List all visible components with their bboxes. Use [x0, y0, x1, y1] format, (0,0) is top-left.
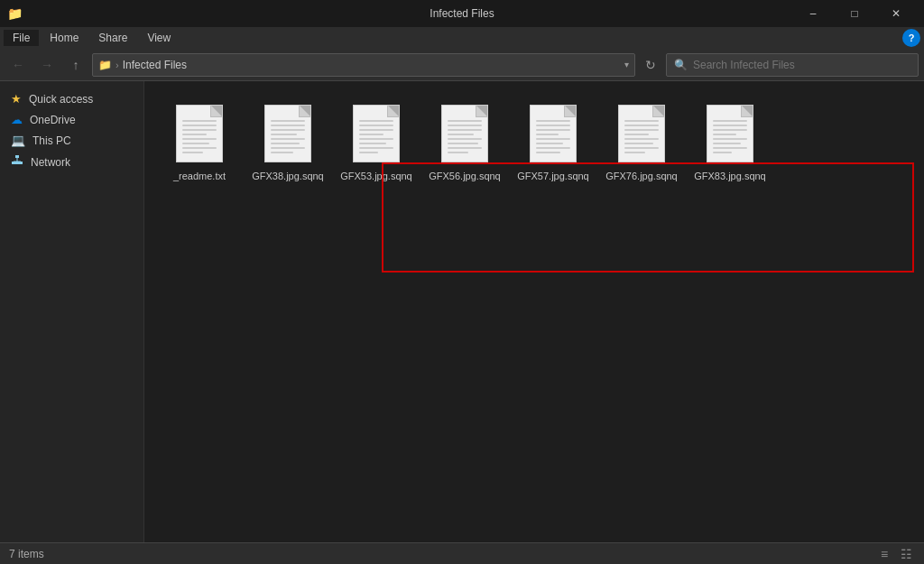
- sidebar-label-quick-access: Quick access: [29, 93, 93, 106]
- file-name-gfx38: GFX38.jpg.sqnq: [252, 170, 324, 182]
- status-bar: 7 items ≡ ☷: [0, 542, 924, 564]
- file-item-gfx57[interactable]: GFX57.jpg.sqnq: [513, 96, 594, 188]
- file-name-gfx83: GFX83.jpg.sqnq: [694, 170, 766, 182]
- sidebar-label-network: Network: [31, 156, 70, 169]
- file-page: [707, 105, 753, 162]
- file-item-gfx83[interactable]: GFX83.jpg.sqnq: [689, 96, 771, 188]
- title-bar: 📁 Infected Files – □ ✕: [0, 0, 924, 27]
- refresh-button[interactable]: ↻: [639, 53, 662, 77]
- network-icon: [11, 154, 23, 170]
- svg-rect-0: [15, 155, 19, 158]
- file-item-readme[interactable]: _readme.txt: [159, 96, 240, 188]
- app-icon: 📁: [7, 6, 23, 21]
- file-page: [176, 105, 223, 162]
- file-name-gfx57: GFX57.jpg.sqnq: [517, 170, 589, 182]
- tab-home[interactable]: Home: [41, 30, 88, 46]
- file-icon-gfx56: [438, 101, 492, 166]
- nav-bar: ← → ↑ 📁 › Infected Files ▾ ↻ 🔍: [0, 49, 924, 81]
- folder-icon: 📁: [98, 59, 112, 71]
- file-icon-readme: [172, 101, 226, 166]
- file-item-gfx53[interactable]: GFX53.jpg.sqnq: [336, 96, 417, 188]
- tab-view[interactable]: View: [138, 30, 180, 46]
- file-item-gfx56[interactable]: GFX56.jpg.sqnq: [424, 96, 505, 188]
- sidebar-item-network[interactable]: Network: [0, 151, 143, 173]
- file-page: [618, 105, 665, 162]
- page-corner: [476, 106, 487, 116]
- close-button[interactable]: ✕: [875, 0, 917, 27]
- star-icon: ★: [11, 92, 22, 106]
- search-input[interactable]: [693, 59, 910, 71]
- tab-share[interactable]: Share: [89, 30, 136, 46]
- file-icon-gfx76: [614, 101, 669, 166]
- page-corner: [653, 106, 664, 116]
- page-corner: [565, 106, 576, 116]
- file-icon-gfx83: [703, 101, 757, 166]
- item-count: 7 items: [9, 548, 44, 560]
- ribbon-bar: File Home Share View ?: [0, 27, 924, 49]
- forward-button[interactable]: →: [34, 52, 60, 78]
- file-lines: [182, 120, 217, 156]
- help-icon[interactable]: ?: [902, 29, 920, 47]
- sidebar-label-onedrive: OneDrive: [30, 114, 76, 126]
- file-lines: [271, 120, 305, 156]
- file-name-gfx53: GFX53.jpg.sqnq: [340, 170, 412, 182]
- file-lines: [359, 120, 393, 156]
- file-lines: [536, 120, 570, 156]
- up-button[interactable]: ↑: [63, 52, 88, 78]
- title-bar-icons: 📁: [7, 6, 23, 21]
- tab-file[interactable]: File: [4, 30, 39, 46]
- sidebar-item-onedrive[interactable]: ☁ OneDrive: [0, 109, 143, 130]
- sidebar-item-thispc[interactable]: 💻 This PC: [0, 130, 143, 151]
- sidebar: ★ Quick access ☁ OneDrive 💻 This PC: [0, 81, 144, 542]
- sidebar-label-thispc: This PC: [32, 134, 71, 147]
- details-view-button[interactable]: ☷: [897, 545, 915, 563]
- file-page: [353, 105, 400, 162]
- window-controls[interactable]: – □ ✕: [792, 0, 917, 27]
- file-icon-gfx38: [261, 101, 315, 166]
- file-name-gfx56: GFX56.jpg.sqnq: [429, 170, 501, 182]
- cloud-icon: ☁: [11, 113, 23, 126]
- address-path: Infected Files: [123, 59, 187, 71]
- address-bar[interactable]: 📁 › Infected Files ▾: [92, 53, 635, 77]
- minimize-button[interactable]: –: [792, 0, 834, 27]
- file-lines: [448, 120, 482, 156]
- file-item-gfx38[interactable]: GFX38.jpg.sqnq: [247, 96, 328, 188]
- computer-icon: 💻: [11, 134, 25, 147]
- file-name-readme: _readme.txt: [173, 170, 226, 182]
- page-corner: [742, 106, 753, 116]
- file-item-gfx76[interactable]: GFX76.jpg.sqnq: [601, 96, 682, 188]
- window-title: Infected Files: [430, 7, 494, 20]
- maximize-button[interactable]: □: [834, 0, 875, 27]
- back-button[interactable]: ←: [5, 52, 31, 78]
- file-lines: [624, 120, 659, 156]
- content-area: _readme.txt: [144, 81, 924, 542]
- file-page: [441, 105, 488, 162]
- view-controls: ≡ ☷: [875, 545, 915, 563]
- sidebar-item-quick-access[interactable]: ★ Quick access: [0, 88, 143, 109]
- file-name-gfx76: GFX76.jpg.sqnq: [605, 170, 678, 182]
- file-icon-gfx53: [349, 101, 403, 166]
- list-view-button[interactable]: ≡: [875, 545, 893, 563]
- page-corner: [211, 106, 222, 116]
- address-dropdown-icon[interactable]: ▾: [624, 60, 629, 69]
- page-corner: [300, 106, 310, 116]
- file-icon-gfx57: [526, 101, 580, 166]
- file-page: [530, 105, 577, 162]
- page-corner: [388, 106, 399, 116]
- address-separator: ›: [116, 60, 119, 70]
- file-page: [264, 105, 311, 162]
- main-layout: ★ Quick access ☁ OneDrive 💻 This PC: [0, 81, 924, 542]
- file-lines: [713, 120, 747, 156]
- search-bar[interactable]: 🔍: [666, 53, 919, 77]
- search-icon: 🔍: [674, 59, 688, 71]
